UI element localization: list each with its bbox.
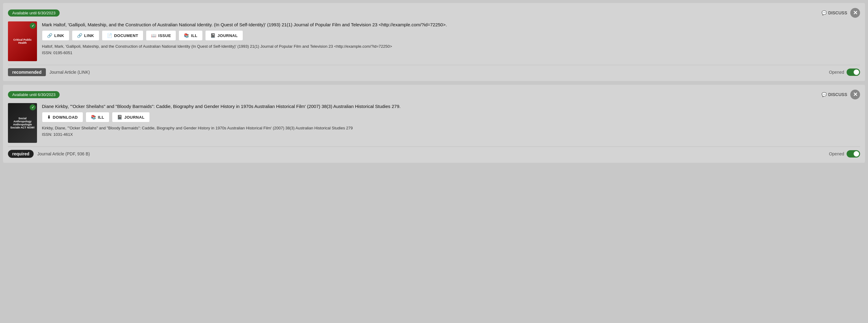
footer-right-1: Opened	[829, 68, 860, 76]
ill-icon-1	[184, 33, 189, 38]
journal-button-1[interactable]: JOURNAL	[205, 30, 243, 41]
opened-toggle-1[interactable]	[846, 68, 860, 76]
download-icon-2	[47, 115, 51, 120]
card-1-body: Critical Public Health Mark Haltof, 'Gal…	[8, 22, 860, 61]
chat-icon-2	[822, 92, 827, 97]
article-type-2: Journal Article (PDF, 936 B)	[37, 151, 90, 156]
journal-button-2[interactable]: JOURNAL	[112, 112, 150, 122]
checkmark-icon-1	[31, 24, 34, 28]
close-button-2[interactable]: ✕	[850, 90, 860, 99]
close-button-1[interactable]: ✕	[850, 8, 860, 18]
footer-right-2: Opened	[829, 150, 860, 157]
card-2-content: Diane Kirkby, '"Ocker Sheilahs" and "Blo…	[42, 103, 860, 143]
cover-title-2: Social Anthropology Anthropologie Social…	[10, 117, 35, 129]
discuss-button-2[interactable]: DISCUSS	[822, 92, 847, 97]
ill-icon-2	[91, 115, 96, 120]
link-button-1b[interactable]: LINK	[72, 30, 99, 41]
issue-icon-1	[151, 33, 157, 38]
book-cover-1: Critical Public Health	[8, 22, 37, 61]
card-1-content: Mark Haltof, 'Gallipoli, Mateship, and t…	[42, 22, 860, 61]
issn-1: ISSN: 0195-6051	[42, 51, 860, 55]
article-meta-2: Kirkby, Diane, '"Ocker Sheilahs" and "Bl…	[42, 125, 860, 131]
card-2-header: Available until 6/30/2023 DISCUSS ✕	[8, 90, 860, 99]
link-icon-1a	[47, 33, 53, 38]
document-icon-1	[107, 33, 113, 38]
opened-label-2: Opened	[829, 151, 844, 156]
link-button-1a[interactable]: LINK	[42, 30, 69, 41]
link-icon-1b	[77, 33, 83, 38]
book-cover-2: Social Anthropology Anthropologie Social…	[8, 103, 37, 143]
opened-label-1: Opened	[829, 70, 844, 75]
journal-icon-2	[117, 115, 123, 120]
header-right-2: DISCUSS ✕	[822, 90, 860, 99]
footer-left-2: required Journal Article (PDF, 936 B)	[8, 150, 90, 158]
action-buttons-2: DOWNLOAD ILL JOURNAL	[42, 112, 860, 122]
card-2-body: Social Anthropology Anthropologie Social…	[8, 103, 860, 143]
article-type-1: Journal Article (LINK)	[50, 70, 90, 75]
book-badge-1	[30, 23, 36, 29]
card-1-footer: recommended Journal Article (LINK) Opene…	[8, 65, 860, 76]
discuss-button-1[interactable]: DISCUSS	[822, 10, 847, 15]
opened-toggle-2[interactable]	[846, 150, 860, 157]
tag-required-2: required	[8, 150, 34, 158]
article-title-1: Mark Haltof, 'Gallipoli, Mateship, and t…	[42, 22, 860, 28]
action-buttons-1: LINK LINK DOCUMENT ISSUE ILL	[42, 30, 860, 41]
card-2: Available until 6/30/2023 DISCUSS ✕ Soci…	[3, 85, 865, 163]
available-badge-1: Available until 6/30/2023	[8, 9, 60, 17]
issue-button-1[interactable]: ISSUE	[146, 30, 176, 41]
tag-recommended-1: recommended	[8, 68, 46, 76]
download-button-2[interactable]: DOWNLOAD	[42, 112, 83, 122]
footer-left-1: recommended Journal Article (LINK)	[8, 68, 90, 76]
document-button-1[interactable]: DOCUMENT	[102, 30, 144, 41]
article-meta-1: Haltof, Mark, 'Gallipoli, Mateship, and …	[42, 44, 860, 49]
card-1-header: Available until 6/30/2023 DISCUSS ✕	[8, 8, 860, 18]
available-badge-2: Available until 6/30/2023	[8, 91, 60, 98]
cover-title-1: Critical Public Health	[10, 38, 35, 45]
chat-icon-1	[822, 10, 827, 15]
header-right-1: DISCUSS ✕	[822, 8, 860, 18]
checkmark-icon-2	[31, 106, 34, 110]
article-title-2: Diane Kirkby, '"Ocker Sheilahs" and "Blo…	[42, 103, 860, 110]
journal-icon-1	[210, 33, 216, 38]
ill-button-1[interactable]: ILL	[179, 30, 203, 41]
issn-2: ISSN: 1031-461X	[42, 132, 860, 137]
card-1: Available until 6/30/2023 DISCUSS ✕ Crit…	[3, 3, 865, 81]
ill-button-2[interactable]: ILL	[86, 112, 110, 122]
book-badge-2	[30, 104, 36, 110]
card-2-footer: required Journal Article (PDF, 936 B) Op…	[8, 147, 860, 158]
